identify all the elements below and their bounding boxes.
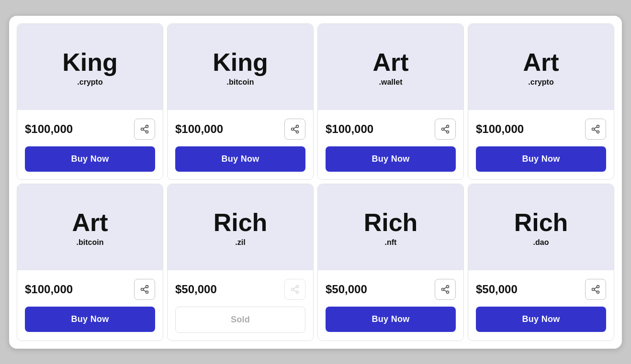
svg-line-24	[143, 287, 146, 288]
card-header-art-wallet: Art .wallet	[318, 24, 463, 110]
card-price-row-rich-nft: $50,000	[326, 279, 456, 300]
share-button-rich-dao[interactable]	[585, 279, 606, 300]
card-name-art-crypto: Art	[523, 49, 559, 76]
card-grid: King .crypto $100,000 Buy Now Ki	[17, 23, 614, 341]
card-tld-king-crypto: .crypto	[77, 78, 102, 87]
card-name-rich-dao: Rich	[514, 209, 568, 236]
card-price-art-crypto: $100,000	[476, 122, 524, 136]
card-price-rich-dao: $50,000	[476, 283, 518, 296]
share-button-art-crypto[interactable]	[585, 119, 606, 140]
card-header-art-crypto: Art .crypto	[468, 24, 614, 110]
buy-button-art-wallet[interactable]: Buy Now	[326, 146, 456, 172]
card-king-crypto: King .crypto $100,000 Buy Now	[17, 23, 163, 180]
card-rich-nft: Rich .nft $50,000 Buy Now	[317, 184, 464, 341]
svg-line-18	[594, 130, 597, 131]
share-button-art-wallet[interactable]	[435, 119, 456, 140]
card-price-row-art-crypto: $100,000	[476, 119, 606, 140]
card-name-king-bitcoin: King	[213, 49, 268, 76]
card-header-art-bitcoin: Art .bitcoin	[17, 184, 163, 270]
svg-line-14	[444, 127, 447, 128]
card-body-rich-zil: $50,000 Sold	[168, 270, 313, 341]
card-tld-rich-nft: .nft	[385, 238, 397, 247]
card-body-rich-nft: $50,000 Buy Now	[318, 270, 463, 340]
card-price-row-art-bitcoin: $100,000	[25, 279, 155, 300]
share-button-rich-nft[interactable]	[435, 279, 456, 300]
svg-line-38	[594, 290, 597, 291]
svg-line-9	[293, 127, 296, 128]
card-header-king-bitcoin: King .bitcoin	[168, 24, 313, 110]
card-king-bitcoin: King .bitcoin $100,000 Buy Now	[167, 23, 314, 180]
share-button-art-bitcoin[interactable]	[134, 279, 155, 300]
svg-line-39	[594, 287, 597, 288]
card-tld-king-bitcoin: .bitcoin	[227, 78, 254, 87]
card-tld-art-bitcoin: .bitcoin	[77, 238, 104, 247]
card-rich-zil: Rich .zil $50,000 Sold	[167, 184, 314, 341]
sold-button-rich-zil: Sold	[175, 307, 305, 333]
card-body-art-bitcoin: $100,000 Buy Now	[17, 270, 163, 340]
svg-line-3	[143, 130, 146, 131]
card-price-row-art-wallet: $100,000	[326, 119, 456, 140]
buy-button-rich-dao[interactable]: Buy Now	[476, 307, 606, 332]
card-price-row-rich-zil: $50,000	[175, 279, 305, 300]
card-tld-art-wallet: .wallet	[379, 78, 403, 87]
card-price-row-rich-dao: $50,000	[476, 279, 606, 300]
card-body-king-bitcoin: $100,000 Buy Now	[168, 110, 313, 179]
buy-button-rich-nft[interactable]: Buy Now	[326, 307, 456, 332]
card-price-art-bitcoin: $100,000	[25, 283, 73, 296]
card-name-art-wallet: Art	[372, 49, 408, 76]
card-name-king-crypto: King	[62, 49, 118, 76]
svg-line-19	[594, 127, 597, 128]
card-name-art-bitcoin: Art	[72, 209, 108, 236]
card-header-rich-nft: Rich .nft	[318, 184, 463, 270]
card-price-king-bitcoin: $100,000	[175, 122, 223, 136]
card-tld-rich-dao: .dao	[533, 238, 549, 247]
svg-line-23	[143, 290, 146, 291]
share-button-rich-zil	[284, 279, 305, 300]
card-name-rich-nft: Rich	[364, 209, 418, 236]
card-header-king-crypto: King .crypto	[17, 24, 163, 110]
svg-line-29	[293, 287, 296, 288]
card-price-king-crypto: $100,000	[25, 122, 73, 136]
buy-button-art-crypto[interactable]: Buy Now	[476, 146, 606, 172]
card-body-rich-dao: $50,000 Buy Now	[468, 270, 614, 340]
card-header-rich-dao: Rich .dao	[468, 184, 614, 270]
svg-line-33	[444, 290, 447, 291]
card-body-art-wallet: $100,000 Buy Now	[318, 110, 463, 179]
card-price-rich-nft: $50,000	[326, 283, 367, 296]
card-art-crypto: Art .crypto $100,000 Buy Now	[468, 23, 614, 180]
card-price-row-king-crypto: $100,000	[25, 119, 155, 140]
svg-line-13	[444, 130, 447, 131]
card-rich-dao: Rich .dao $50,000 Buy Now	[468, 184, 614, 341]
card-art-wallet: Art .wallet $100,000 Buy Now	[317, 23, 464, 180]
svg-line-8	[293, 130, 296, 131]
card-art-bitcoin: Art .bitcoin $100,000 Buy Now	[17, 184, 163, 341]
main-container: King .crypto $100,000 Buy Now Ki	[9, 16, 622, 349]
buy-button-king-crypto[interactable]: Buy Now	[25, 146, 155, 172]
buy-button-art-bitcoin[interactable]: Buy Now	[25, 307, 155, 332]
share-button-king-bitcoin[interactable]	[284, 119, 305, 140]
svg-line-4	[143, 127, 146, 128]
card-tld-art-crypto: .crypto	[528, 78, 553, 87]
svg-line-34	[444, 287, 447, 288]
card-tld-rich-zil: .zil	[235, 238, 245, 247]
card-price-art-wallet: $100,000	[326, 122, 373, 136]
card-price-row-king-bitcoin: $100,000	[175, 119, 305, 140]
card-price-rich-zil: $50,000	[175, 283, 217, 296]
card-body-king-crypto: $100,000 Buy Now	[17, 110, 163, 179]
card-header-rich-zil: Rich .zil	[168, 184, 313, 270]
share-button-king-crypto[interactable]	[134, 119, 155, 140]
card-name-rich-zil: Rich	[214, 209, 268, 236]
svg-line-28	[293, 290, 296, 291]
buy-button-king-bitcoin[interactable]: Buy Now	[175, 146, 305, 172]
card-body-art-crypto: $100,000 Buy Now	[468, 110, 614, 179]
